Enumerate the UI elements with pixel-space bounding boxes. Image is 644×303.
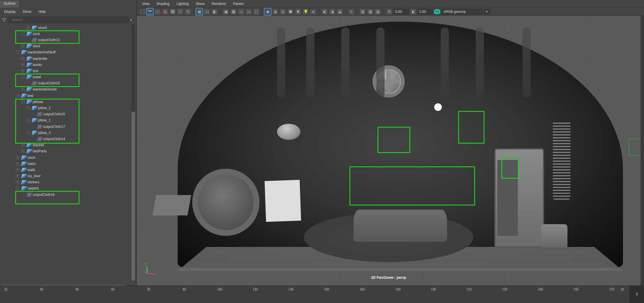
image-plane-icon[interactable]: 🖼 [169, 8, 176, 15]
xray-joints-icon[interactable]: ▧ [367, 8, 373, 15]
color-management-toggle[interactable]: ON [434, 9, 440, 14]
filter-icon[interactable] [1, 17, 7, 23]
gamma-icon[interactable]: ◐ [410, 8, 416, 15]
camera-lock-icon[interactable]: 📷 [147, 8, 153, 15]
vp-menu-view[interactable]: View [142, 2, 150, 6]
search-input[interactable] [9, 17, 129, 23]
tree-row-carpet1[interactable]: −carpet1 [0, 185, 136, 191]
collapse-icon[interactable]: − [16, 187, 19, 190]
exposure-field[interactable] [394, 9, 409, 15]
collapse-icon[interactable]: − [26, 119, 30, 122]
grid-icon[interactable]: ▦ [196, 8, 202, 15]
expand-icon[interactable]: + [16, 162, 19, 166]
expand-icon[interactable]: + [16, 156, 19, 159]
film-gate-icon[interactable]: ▭ [204, 8, 210, 15]
expand-icon[interactable]: + [16, 168, 19, 172]
tree-row-outputCloth17[interactable]: outputCloth17 [0, 123, 136, 130]
tree-row-books[interactable]: +books [0, 62, 136, 68]
ambient-occ-icon[interactable]: ● [310, 8, 316, 15]
tree-row-outputCloth15[interactable]: outputCloth15 [0, 111, 136, 117]
expand-icon[interactable]: + [21, 63, 25, 67]
menu-show[interactable]: Show [22, 10, 31, 14]
smooth-shade-icon[interactable]: ◉ [264, 8, 271, 15]
expand-icon[interactable]: + [21, 149, 25, 153]
tree-row-sock[interactable]: −sock [0, 31, 136, 37]
bookmark-camera-icon[interactable]: 🔹 [154, 8, 161, 15]
resolution-gate-icon[interactable]: ◧ [211, 8, 218, 15]
collapse-icon[interactable]: − [21, 75, 25, 79]
wire-on-shade-icon[interactable]: ◎ [280, 8, 286, 15]
tree-row-pillow_3[interactable]: −pillow_3 [0, 130, 136, 136]
collapse-icon[interactable]: − [16, 50, 19, 54]
tree-row-towel[interactable]: −towel [0, 74, 136, 80]
collapse-icon[interactable]: − [26, 106, 30, 110]
tree-row-bed[interactable]: −bed [0, 93, 136, 99]
tree-row-bedParts[interactable]: +bedParts [0, 148, 136, 154]
safe-action-icon[interactable]: ▭ [238, 8, 244, 15]
camera-select-icon[interactable]: 🎥 [139, 8, 146, 15]
gamma-field[interactable] [418, 9, 433, 15]
tree-row-wardrobe[interactable]: +wardrobe [0, 55, 136, 62]
color-profile-select[interactable]: sRGB gamma [442, 9, 482, 15]
tree-row-box[interactable]: +box [0, 68, 136, 74]
panzoom-icon[interactable]: ⤢ [177, 8, 183, 15]
viewport-scrollbar[interactable] [640, 16, 644, 285]
tree-row-outputCloth19[interactable]: outputCloth19 [0, 191, 136, 198]
xray-icon[interactable]: ▥ [359, 8, 366, 15]
collapse-icon[interactable]: − [21, 100, 25, 104]
vp-menu-show[interactable]: Show [196, 2, 205, 6]
menu-help[interactable]: Help [38, 10, 46, 14]
field-chart-icon[interactable]: ▦ [230, 8, 237, 15]
tree-row-stickers[interactable]: +stickers [0, 179, 136, 185]
tree-row-pillow_2[interactable]: −pillow_2 [0, 105, 136, 111]
expand-icon[interactable]: + [26, 26, 30, 29]
vp-menu-renderer[interactable]: Renderer [212, 2, 226, 6]
vp-menu-panels[interactable]: Panels [233, 2, 244, 6]
gate-mask-icon[interactable]: ▣ [223, 8, 229, 15]
menu-display[interactable]: Display [4, 10, 15, 14]
tree-row-outputCloth14[interactable]: outputCloth14 [0, 136, 136, 142]
use-all-lights-icon[interactable]: ✺ [295, 8, 301, 15]
tree-row-blanket[interactable]: +blanket [0, 142, 136, 148]
outliner-tab[interactable]: Outliner [0, 0, 20, 8]
collapse-icon[interactable]: − [26, 131, 30, 135]
tree-row-outputCloth18[interactable]: outputCloth18 [0, 80, 136, 86]
anti-alias-icon[interactable]: ◑ [329, 8, 335, 15]
chevron-down-icon[interactable]: ▾ [130, 18, 135, 22]
vp-menu-lighting[interactable]: Lighting [176, 2, 189, 6]
tree-row-wardrobeInside[interactable]: +wardrobeInside [0, 86, 136, 93]
vp-menu-shading[interactable]: Shading [157, 2, 169, 6]
tree-row-wardrobeAndStuff[interactable]: −wardrobeAndStuff [0, 49, 136, 55]
tree-row-pillows[interactable]: −pillows [0, 99, 136, 105]
tree-row-stool[interactable]: +stool [0, 43, 136, 49]
tree-row-stairs[interactable]: +stairs [0, 161, 136, 167]
wireframe-icon[interactable]: ⬚ [253, 8, 259, 15]
viewport-3d[interactable]: y x 2D Pan/Zoom : persp [137, 16, 640, 285]
tree-row-clock[interactable]: +clock [0, 154, 136, 161]
hardware-texture-icon[interactable]: ◈ [272, 8, 278, 15]
expand-icon[interactable]: + [16, 174, 19, 178]
isolate-select-icon[interactable]: ↖ [348, 8, 354, 15]
exposure-icon[interactable]: ☀ [386, 8, 392, 15]
timeline[interactable]: 1530456075901051201351501651801952102252… [0, 285, 629, 303]
scrollbar-vertical[interactable] [131, 24, 135, 281]
collapse-icon[interactable]: − [21, 32, 25, 36]
expand-icon[interactable]: + [21, 69, 25, 73]
outliner-tree[interactable]: +stool1−sockoutputCloth13+stool−wardrobe… [0, 24, 136, 281]
tree-row-outputCloth13[interactable]: outputCloth13 [0, 37, 136, 43]
tree-row-ivy_door[interactable]: +ivy_door [0, 173, 136, 179]
tree-row-pillow_1[interactable]: −pillow_1 [0, 117, 136, 123]
shadows-icon[interactable]: 💡 [302, 8, 309, 15]
expand-icon[interactable]: + [21, 57, 25, 60]
textured-icon[interactable]: ⬢ [287, 8, 294, 15]
tree-row-walls[interactable]: +walls [0, 167, 136, 173]
motion-blur-icon[interactable]: ◐ [321, 8, 328, 15]
expand-icon[interactable]: + [21, 88, 25, 91]
depth-of-field-icon[interactable]: ◒ [337, 8, 343, 15]
chevron-down-icon[interactable]: ▾ [484, 9, 490, 15]
bookmark-icon[interactable]: 🔖 [162, 8, 168, 15]
expand-icon[interactable]: + [21, 143, 25, 147]
current-frame-field[interactable]: 0 [629, 285, 644, 303]
xray-components-icon[interactable]: ▨ [375, 8, 381, 15]
expand-icon[interactable]: + [16, 180, 19, 184]
